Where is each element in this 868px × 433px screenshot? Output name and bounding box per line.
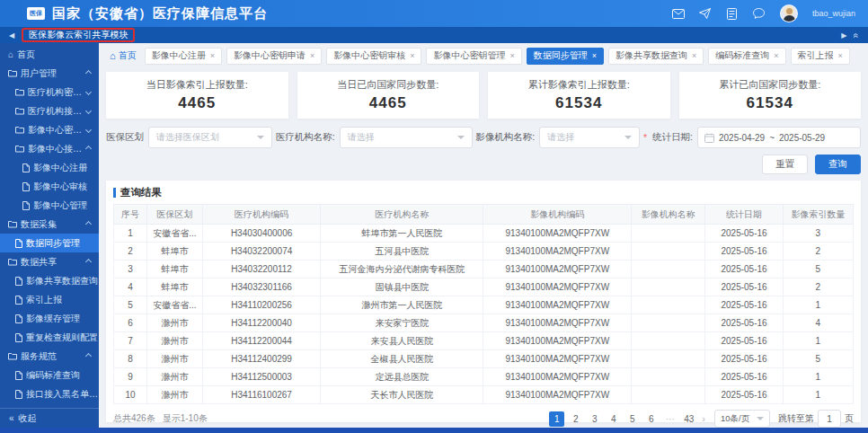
table-row[interactable]: 6 滁州市 H34112200040 来安家宁医院 91340100MA2MQF… [114, 314, 854, 332]
close-icon[interactable]: × [210, 51, 215, 60]
tab[interactable]: 影像中心密钥审核 × [326, 48, 421, 65]
tab[interactable]: 影像中心密钥管理 × [426, 48, 521, 65]
org-select[interactable]: 请选择 [340, 127, 473, 148]
user-avatar[interactable] [780, 4, 798, 22]
sidebar-item[interactable]: ⌂ 影像缓存管理 [0, 309, 99, 328]
cell-img-org-name [632, 278, 705, 296]
tab-home[interactable]: ⌂ 首页 [106, 49, 140, 62]
close-icon[interactable]: × [410, 51, 414, 60]
date-range-picker[interactable]: 2025-04-29 ~ 2025-05-29 [697, 127, 861, 148]
cell-index: 9 [114, 368, 147, 386]
cell-img-org-code: 91340100MA2MQFP7XW [483, 243, 632, 261]
region-select[interactable]: 请选择医保区划 [148, 127, 272, 148]
stat-label: 当日影像索引上报数量: [146, 78, 248, 92]
forward-arrow-icon[interactable]: ▶ [841, 31, 846, 40]
sidebar-item[interactable]: ⌂ 重复检查规则配置 [0, 328, 99, 347]
table-row[interactable]: 10 滁州市 H34116100267 天长市人民医院 91340100MA2M… [114, 386, 854, 404]
sidebar-item[interactable]: ⌂ 影像中心接入管理 [0, 139, 99, 158]
sidebar-item[interactable]: ⌂ 影像中心注册 [0, 158, 99, 177]
app-window: 医保 国家（安徽省）医疗保障信息平台 tbao_wujian ◀ 医保影像云索引… [0, 0, 868, 433]
img-org-label: 影像机构名称: [475, 131, 535, 144]
tab[interactable]: 编码标准查询 × [708, 48, 785, 65]
table-row[interactable]: 8 滁州市 H34112400299 全椒县人民医院 91340100MA2MQ… [114, 350, 854, 368]
cell-region: 滁州市 [147, 368, 203, 386]
chevron-down-icon [257, 136, 264, 139]
cell-index: 3 [114, 261, 147, 278]
table-row[interactable]: 3 蚌埠市 H34032200112 五河金海内分泌代谢病专科医院 913401… [114, 261, 854, 278]
sidebar-item[interactable]: ⌂ 影像共享数据查询 [0, 271, 99, 290]
jump-page-input[interactable] [818, 410, 841, 428]
sidebar-item[interactable]: ⌂ 用户管理 [0, 64, 99, 83]
sidebar-item-label: 医疗机构密钥管理 [28, 86, 86, 99]
page-button[interactable]: 5 [624, 411, 640, 427]
sidebar-item[interactable]: ⌂ 首页 [0, 45, 99, 64]
tab[interactable]: 影像中心密钥申请 × [226, 48, 322, 65]
table-row[interactable]: 5 安徽省省... H34110200256 滁州市第一人民医院 9134010… [114, 296, 854, 314]
cell-index-count: 1 [783, 296, 853, 314]
cell-org-code: H34112200040 [202, 314, 321, 332]
sidebar-item[interactable]: ⌂ 数据共享 [0, 252, 99, 271]
tab[interactable]: 索引上报 × [791, 48, 850, 65]
table-row[interactable]: 7 滁州市 H34112200044 来安县人民医院 91340100MA2MQ… [114, 332, 854, 350]
close-icon[interactable]: × [774, 51, 778, 60]
tab-label: 影像共享数据查询 [616, 49, 687, 62]
sidebar-item[interactable]: ⌂ 影像中心管理 [0, 196, 99, 215]
sidebar-item[interactable]: ⌂ 影像中心审核 [0, 177, 99, 196]
table-row[interactable]: 1 安徽省省... H34030400006 蚌埠市第一人民医院 9134010… [114, 225, 854, 243]
sidebar-collapse-button[interactable]: « 收起 [0, 408, 99, 428]
page-button[interactable]: 4 [606, 411, 621, 427]
sidebar-item[interactable]: ⌂ 医疗机构密钥管理 [0, 83, 99, 102]
sidebar-item[interactable]: ⌂ 数据同步管理 [0, 234, 99, 252]
back-arrow-icon[interactable]: ◀ [9, 31, 14, 40]
page-button[interactable]: 3 [587, 411, 602, 427]
document-icon[interactable] [726, 7, 739, 20]
sidebar-item[interactable]: ⌂ 索引上报 [0, 290, 99, 309]
mail-icon[interactable] [672, 7, 685, 20]
page-button[interactable]: 1 [549, 411, 564, 427]
module-label-annotated[interactable]: 医保影像云索引共享模块 [22, 28, 135, 42]
sidebar-item[interactable]: ⌂ 影像中心密钥管理 [0, 120, 99, 139]
sidebar: ⌂ 首页 ⌂ [0, 43, 99, 428]
close-icon[interactable]: × [592, 51, 597, 60]
close-icon[interactable]: × [509, 51, 514, 60]
page-button[interactable]: 6 [643, 411, 659, 427]
img-org-select[interactable]: 请选择 [539, 127, 640, 148]
sidebar-item[interactable]: ⌂ 数据采集 [0, 215, 99, 234]
cell-stat-date: 2025-05-16 [705, 225, 783, 243]
fold-up-icon[interactable]: « [852, 32, 862, 38]
page-size-select[interactable]: 10条/页 [714, 410, 770, 428]
sidebar-item[interactable]: ⌂ 编码标准查询 [0, 366, 99, 384]
query-button[interactable]: 查询 [815, 155, 861, 174]
reset-button[interactable]: 重置 [762, 155, 808, 174]
page-button[interactable]: 2 [568, 411, 583, 427]
page-button[interactable]: 43 [681, 411, 696, 427]
close-icon[interactable]: × [310, 51, 314, 60]
sidebar-item[interactable]: ⌂ 服务规范 [0, 347, 99, 366]
cell-org-code: H34110200256 [202, 296, 321, 314]
stat-value: 61534 [555, 94, 602, 112]
message-icon[interactable] [753, 7, 766, 20]
next-page-icon[interactable]: › [700, 413, 707, 424]
tab[interactable]: 影像中心注册 × [145, 48, 222, 65]
close-icon[interactable]: × [838, 51, 843, 60]
pagination: 1 2 3 4 5 6 ·· [549, 410, 854, 428]
sidebar-item[interactable]: ⌂ 接口接入黑名单管理 [0, 384, 99, 403]
tab-label: 索引上报 [798, 49, 834, 62]
chevron-icon [85, 89, 92, 95]
column-header: 序号 [114, 205, 147, 225]
send-icon[interactable] [699, 7, 712, 20]
table-row[interactable]: 9 滁州市 H34112500003 定远县总医院 91340100MA2MQF… [114, 368, 854, 386]
cell-org-code: H34032200074 [202, 243, 321, 261]
table-row[interactable]: 4 蚌埠市 H34032301166 固镇县中医院 91340100MA2MQF… [114, 278, 854, 296]
cell-stat-date: 2025-05-16 [705, 332, 783, 350]
sidebar-item[interactable]: ⌂ 医疗机构接入管理 [0, 102, 99, 120]
close-icon[interactable]: × [692, 51, 696, 60]
page-button[interactable]: ··· [662, 411, 678, 427]
tab[interactable]: 影像共享数据查询 × [608, 48, 704, 65]
table-body: 1 安徽省省... H34030400006 蚌埠市第一人民医院 9134010… [114, 225, 854, 404]
folder-icon [15, 107, 24, 115]
date-end: 2025-05-29 [779, 133, 825, 143]
chevron-down-icon [624, 136, 632, 139]
table-row[interactable]: 2 蚌埠市 H34032200074 五河县中医院 91340100MA2MQF… [114, 243, 854, 261]
tab[interactable]: 数据同步管理 × [527, 48, 604, 65]
